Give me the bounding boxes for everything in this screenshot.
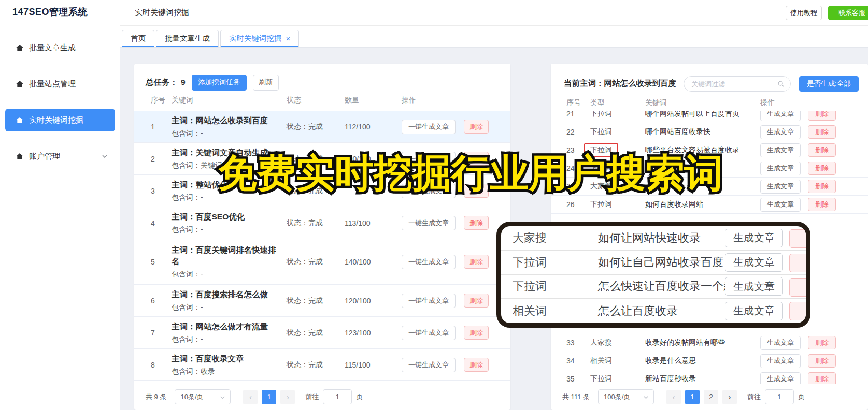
goto-page-input[interactable] [323,389,352,404]
table-row[interactable]: 4 主词：百度SEO优化包含词：- 状态：完成 113/100 一键生成文章删除 [134,207,510,239]
generate-article-button[interactable]: 一键生成文章 [402,358,456,372]
col-keyword: 关键词 [645,98,760,108]
tab-home[interactable]: 首页 [122,30,154,47]
row-index: 34 [566,357,590,365]
generate-article-button[interactable]: 一键生成文章 [402,120,456,134]
delete-button[interactable]: 删除 [464,358,489,372]
sidebar-menu: 批量文章生成 批量站点管理 实时关键词挖掘 账户管理 [0,36,120,181]
keywords-table-header: 序号 类型 关键词 操作 [551,96,868,110]
generate-article-button[interactable]: 生成文章 [725,229,783,247]
sidebar-item-label: 批量站点管理 [29,79,76,89]
generate-article-button[interactable]: 生成文章 [760,125,801,139]
delete-button[interactable]: 删除 [808,143,836,157]
delete-button[interactable]: 删除 [464,216,489,230]
generate-article-button[interactable]: 生成文章 [760,354,801,368]
table-row[interactable]: 5 主词：百度关键词排名快速排名包含词：- 状态：完成 140/100 一键生成… [134,239,510,285]
delete-button[interactable]: 删除 [808,372,836,384]
tab-keyword-mining[interactable]: 实时关键词挖掘 × [220,30,299,47]
col-ops: 操作 [402,96,510,105]
table-row[interactable]: 33 大家搜 收录好的发帖网站有哪些 生成文章删除 [551,334,868,352]
delete-button[interactable]: 删除 [808,180,836,193]
delete-button[interactable]: 删除 [464,120,489,134]
task-title: 主词：百度关键词排名快速排名 [172,244,279,267]
table-row[interactable]: 34 相关词 收录是什么意思 生成文章删除 [551,352,868,370]
page-number-2[interactable]: 2 [704,390,718,404]
magnified-row: 下拉词 如何让自己网站收录百度 生成文章 [501,251,806,275]
sidebar-item-account[interactable]: 账户管理 [5,145,115,168]
table-row[interactable]: 8 主词：百度收录文章包含词：收录 状态：完成 115/100 一键生成文章删除 [134,349,510,381]
table-row[interactable]: 22 下拉词 哪个网站百度收录快 生成文章删除 [551,123,868,141]
delete-button[interactable]: 删除 [464,255,489,269]
generate-article-button[interactable]: 一键生成文章 [402,255,456,269]
table-row[interactable]: 26 下拉词 如何百度收录网站 生成文章删除 [551,196,868,214]
generate-article-button[interactable]: 生成文章 [760,143,801,157]
total-tasks-label: 总任务： [146,77,178,88]
generate-article-button[interactable]: 生成文章 [725,302,783,320]
contact-support-button[interactable]: 联系客服 [828,6,868,20]
prev-page-button[interactable]: ‹ [666,390,681,404]
delete-button-clipped[interactable] [789,278,810,297]
task-status: 状态：完成 [287,296,345,305]
close-tab-icon[interactable]: × [286,34,291,43]
generate-article-button[interactable]: 生成文章 [760,111,801,121]
table-row[interactable]: 35 下拉词 新站百度秒收录 生成文章删除 [551,370,868,384]
table-row[interactable]: 7 主词：网站怎么做才有流量包含词：- 状态：完成 123/100 一键生成文章… [134,317,510,349]
table-row[interactable]: 21 下拉词 哪个网站发帖可以上百度首页 生成文章删除 [551,111,868,123]
sidebar-item-keyword-mining[interactable]: 实时关键词挖掘 [5,109,115,131]
tutorial-button[interactable]: 使用教程 [786,6,822,20]
clipped-row-wrapper: 35 下拉词 新站百度秒收录 生成文章删除 [551,370,868,384]
add-task-button[interactable]: 添加挖词任务 [192,75,247,91]
keyword-type: 下拉词 [590,374,645,384]
tab-label: 实时关键词挖掘 [229,34,282,43]
page-number-1[interactable]: 1 [685,390,700,404]
delete-button-clipped[interactable] [789,302,810,320]
page-number-1[interactable]: 1 [262,390,276,404]
generate-article-button[interactable]: 生成文章 [760,372,801,385]
page-size-select[interactable]: 100条/页 [598,389,654,404]
task-count: 140/100 [345,258,402,266]
delete-button-clipped[interactable] [789,254,810,272]
generate-article-button[interactable]: 一键生成文章 [402,326,456,340]
delete-button[interactable]: 删除 [464,326,489,340]
keyword-type: 下拉词 [590,200,645,209]
delete-button[interactable]: 删除 [808,198,836,211]
delete-button[interactable]: 删除 [808,111,836,121]
delete-button[interactable]: 删除 [808,162,836,175]
task-subtitle: 包含词：- [172,225,279,235]
row-index: 35 [566,375,590,383]
keyword-filter-input[interactable] [684,76,791,92]
table-row[interactable]: 6 主词：百度搜索排名怎么做包含词：- 状态：完成 120/100 一键生成文章… [134,285,510,317]
delete-button[interactable]: 删除 [464,294,489,307]
keyword-type: 大家搜 [590,338,645,347]
sidebar-item-batch-articles[interactable]: 批量文章生成 [5,36,115,59]
prev-page-button[interactable]: ‹ [243,390,258,404]
chevron-down-icon [643,394,649,400]
delete-button[interactable]: 删除 [808,125,836,139]
generate-article-button[interactable]: 生成文章 [725,277,783,296]
keyword-type: 下拉词 [590,111,645,119]
delete-button[interactable]: 删除 [808,336,836,349]
delete-button[interactable]: 删除 [808,354,836,368]
generate-article-button[interactable]: 一键生成文章 [402,294,456,308]
next-page-button[interactable]: › [280,390,295,404]
generate-article-button[interactable]: 生成文章 [760,336,801,350]
row-index: 3 [151,187,172,195]
delete-button-clipped[interactable] [789,229,810,248]
tab-batch-articles[interactable]: 批量文章生成 [156,30,219,47]
generate-article-button[interactable]: 生成文章 [760,180,801,194]
row-index: 2 [151,155,172,163]
generate-article-button[interactable]: 生成文章 [725,253,783,272]
goto-label: 前往 [305,392,319,402]
table-row[interactable]: 1 主词：网站怎么收录到百度包含词：- 状态：完成 112/100 一键生成文章… [134,111,510,143]
page-size-select[interactable]: 10条/页 [175,389,231,404]
generate-article-button[interactable]: 一键生成文章 [402,216,456,230]
refresh-button[interactable]: 刷新 [253,75,279,91]
generate-article-button[interactable]: 生成文章 [760,198,801,212]
generate-article-button[interactable]: 生成文章 [760,162,801,175]
goto-page-input[interactable] [765,389,794,404]
keywords-pagination: 共 111 条 100条/页 ‹ 1 2 › 前往 页 [562,389,805,404]
sidebar-item-batch-sites[interactable]: 批量站点管理 [5,72,115,95]
generate-filter-button[interactable]: 是否生成:全部 [799,76,859,92]
keyword-type: 下拉词 [513,255,598,270]
next-page-button[interactable]: › [722,390,737,404]
